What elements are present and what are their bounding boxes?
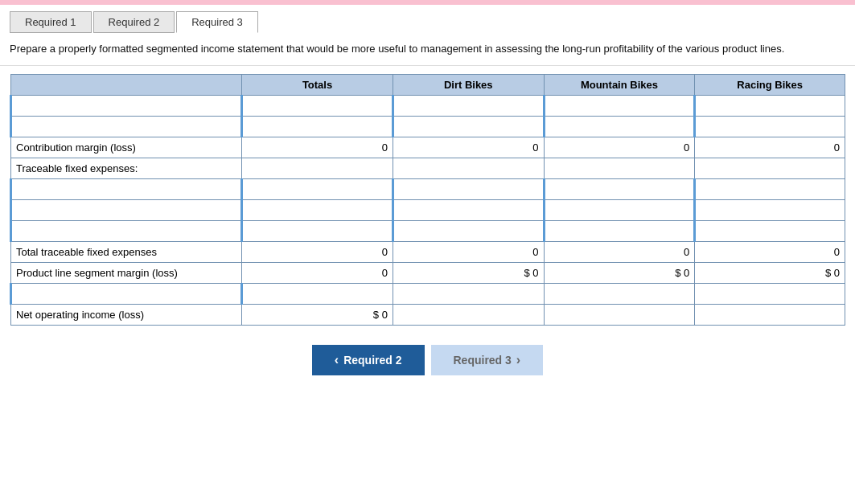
input-value-racing-3[interactable]	[695, 178, 845, 199]
table-row	[11, 220, 845, 241]
input-value-mountain-4[interactable]	[544, 199, 695, 220]
table-row	[11, 199, 845, 220]
tab-required1[interactable]: Required 1	[10, 11, 92, 33]
col-header-dirt-bikes: Dirt Bikes	[393, 74, 544, 95]
input-value-racing-4[interactable]	[695, 199, 845, 220]
input-val-1-2[interactable]	[399, 100, 538, 112]
input-label-5[interactable]	[11, 220, 242, 241]
input-label-field-3[interactable]	[17, 183, 236, 195]
input-value-mountain-3[interactable]	[544, 178, 695, 199]
input-label-3[interactable]	[11, 178, 242, 199]
input-value-racing-2[interactable]	[695, 116, 845, 137]
input-value-dirt-2[interactable]	[393, 116, 544, 137]
income-statement-table: Totals Dirt Bikes Mountain Bikes Racing …	[10, 74, 845, 326]
input-value-totals-1[interactable]	[242, 95, 393, 116]
input-val-2-3[interactable]	[550, 121, 689, 133]
input-value-dirt-3[interactable]	[393, 178, 544, 199]
table-row-segment-margin: Product line segment margin (loss) 0 $ 0…	[11, 262, 845, 283]
contribution-margin-totals: 0	[242, 137, 393, 158]
table-row	[11, 178, 845, 199]
segment-margin-label: Product line segment margin (loss)	[11, 262, 242, 283]
input-value-totals-2[interactable]	[242, 116, 393, 137]
input-value-mountain-2[interactable]	[544, 116, 695, 137]
input-value-totals-4[interactable]	[242, 199, 393, 220]
table-row	[11, 95, 845, 116]
input-val-2-2[interactable]	[399, 121, 538, 133]
blank-6-2	[393, 283, 544, 304]
input-val-5-2[interactable]	[399, 225, 538, 237]
dollar-sign-dirt: $	[524, 267, 533, 279]
table-header-row: Totals Dirt Bikes Mountain Bikes Racing …	[11, 74, 845, 95]
input-val-3-1[interactable]	[248, 183, 387, 195]
input-label-1[interactable]	[11, 95, 242, 116]
net-operating-racing	[695, 304, 845, 325]
segment-margin-dirt: $ 0	[393, 262, 544, 283]
col-header-totals: Totals	[242, 74, 393, 95]
prev-button-label: Required 2	[343, 354, 401, 367]
traceable-header-racing	[695, 158, 845, 178]
input-value-dirt-5[interactable]	[393, 220, 544, 241]
input-value-mountain-1[interactable]	[544, 95, 695, 116]
chevron-right-icon	[516, 353, 520, 367]
input-value-racing-5[interactable]	[695, 220, 845, 241]
input-val-4-3[interactable]	[550, 204, 689, 216]
blank-6-4	[695, 283, 845, 304]
table-container: Totals Dirt Bikes Mountain Bikes Racing …	[0, 66, 855, 334]
contribution-margin-racing: 0	[695, 137, 845, 158]
input-label-4[interactable]	[11, 199, 242, 220]
input-val-3-3[interactable]	[550, 183, 689, 195]
input-val-4-4[interactable]	[701, 204, 840, 216]
input-label-field-1[interactable]	[17, 100, 236, 112]
input-label-2[interactable]	[11, 116, 242, 137]
input-value-totals-6[interactable]	[242, 283, 393, 304]
input-label-field-2[interactable]	[17, 121, 236, 133]
tab-required2[interactable]: Required 2	[93, 11, 175, 33]
table-row	[11, 283, 845, 304]
next-button[interactable]: Required 3	[431, 345, 544, 375]
input-val-3-2[interactable]	[399, 183, 538, 195]
traceable-header-mountain	[544, 158, 695, 178]
input-value-totals-5[interactable]	[242, 220, 393, 241]
dollar-sign-mountain: $	[675, 267, 684, 279]
input-value-mountain-5[interactable]	[544, 220, 695, 241]
input-val-6-1[interactable]	[248, 288, 388, 300]
input-val-2-4[interactable]	[701, 121, 840, 133]
blank-6-3	[544, 283, 695, 304]
net-operating-label: Net operating income (loss)	[11, 304, 242, 325]
segment-margin-mountain: $ 0	[544, 262, 695, 283]
input-val-5-3[interactable]	[550, 225, 689, 237]
input-label-field-4[interactable]	[17, 204, 236, 216]
prev-button[interactable]: Required 2	[312, 345, 425, 375]
input-val-5-1[interactable]	[248, 225, 387, 237]
input-val-1-1[interactable]	[248, 100, 387, 112]
tab-required3[interactable]: Required 3	[176, 11, 258, 33]
input-val-3-4[interactable]	[701, 183, 840, 195]
segment-margin-totals: 0	[242, 262, 393, 283]
input-value-totals-3[interactable]	[242, 178, 393, 199]
segment-margin-totals-val: 0	[382, 267, 388, 279]
segment-margin-mountain-val: 0	[684, 267, 689, 279]
input-val-2-1[interactable]	[248, 121, 387, 133]
input-value-dirt-1[interactable]	[393, 95, 544, 116]
input-label-6[interactable]	[11, 283, 242, 304]
tabs-row: Required 1 Required 2 Required 3	[0, 5, 855, 33]
input-label-field-5[interactable]	[17, 225, 236, 237]
contribution-margin-mountain: 0	[544, 137, 695, 158]
input-value-racing-1[interactable]	[695, 95, 845, 116]
input-val-1-3[interactable]	[550, 100, 689, 112]
input-label-field-6[interactable]	[17, 288, 236, 300]
col-header-mountain-bikes: Mountain Bikes	[544, 74, 695, 95]
contribution-margin-dirt: 0	[393, 137, 544, 158]
net-operating-val: 0	[382, 309, 388, 321]
input-value-dirt-4[interactable]	[393, 199, 544, 220]
table-row-contribution-margin: Contribution margin (loss) 0 0 0 0	[11, 137, 845, 158]
page-wrapper: Required 1 Required 2 Required 3 Prepare…	[0, 0, 855, 504]
total-traceable-mountain: 0	[544, 241, 695, 262]
input-val-1-4[interactable]	[701, 100, 840, 112]
dollar-sign-net: $	[373, 309, 382, 321]
input-val-4-2[interactable]	[399, 204, 538, 216]
segment-margin-racing: $ 0	[695, 262, 845, 283]
input-val-4-1[interactable]	[248, 204, 387, 216]
contribution-margin-label: Contribution margin (loss)	[11, 137, 242, 158]
input-val-5-4[interactable]	[701, 225, 840, 237]
